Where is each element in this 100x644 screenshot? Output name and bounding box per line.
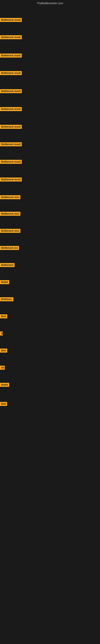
bottleneck-badge: Bott bbox=[0, 314, 7, 318]
bottleneck-result-item[interactable]: Bottle bbox=[0, 280, 9, 285]
bottleneck-badge: Bottleneck resu bbox=[0, 195, 20, 199]
bottleneck-result-item[interactable]: Bottleneck result bbox=[0, 125, 22, 130]
bottleneck-badge: Bottleneck result bbox=[0, 125, 22, 129]
bottleneck-badge: Bo bbox=[0, 366, 5, 370]
bottleneck-badge: Bottleneck result bbox=[0, 18, 22, 22]
bottleneck-result-item[interactable]: Bottleneck result bbox=[0, 35, 22, 40]
bottleneck-result-item[interactable]: Bottleneck resu bbox=[0, 212, 20, 216]
bottleneck-badge: Bottleneck resu bbox=[0, 212, 20, 216]
bottleneck-badge: Bottleneck result bbox=[0, 71, 22, 75]
bottleneck-result-item[interactable]: Bo bbox=[0, 366, 5, 370]
bottleneck-result-item[interactable]: Bott bbox=[0, 314, 7, 319]
bottleneck-result-item[interactable]: Bottleneck resu bbox=[0, 229, 20, 234]
bottleneck-badge: Bolt bbox=[0, 402, 7, 406]
bottleneck-badge: Bottleneck result bbox=[0, 160, 22, 164]
bottleneck-result-item[interactable]: Bottleneck bbox=[0, 263, 15, 268]
bottleneck-badge: Bottleneck result bbox=[0, 178, 22, 182]
bottleneck-result-item[interactable]: Bottleneck result bbox=[0, 107, 22, 112]
bottleneck-result-item[interactable]: Bottle bbox=[0, 383, 9, 388]
bottleneck-result-item[interactable]: Bottleneck result bbox=[0, 18, 22, 23]
bottleneck-result-item[interactable]: Bolt bbox=[0, 402, 7, 407]
bottleneck-result-item[interactable]: Bott bbox=[0, 348, 7, 354]
bottleneck-badge: Bottleneck result bbox=[0, 35, 22, 39]
bottleneck-badge: Bott bbox=[0, 348, 7, 352]
bottleneck-result-item[interactable]: Bottleneck result bbox=[0, 178, 22, 182]
bottleneck-badge: B bbox=[0, 332, 3, 336]
bottleneck-badge: Bottle bbox=[0, 383, 9, 387]
bottleneck-badge: Bottleneck result bbox=[0, 89, 22, 93]
bottleneck-result-item[interactable]: Bottleneck result bbox=[0, 160, 22, 164]
bottleneck-badge: Bottleneck result bbox=[0, 107, 22, 111]
bottleneck-badge: Bottleneck result bbox=[0, 54, 22, 58]
bottleneck-badge: Bottleneck resu bbox=[0, 229, 20, 233]
bottleneck-result-item[interactable]: Bottleneck res bbox=[0, 246, 19, 251]
bottleneck-result-item[interactable]: Bottleneck result bbox=[0, 71, 22, 76]
bottleneck-badge: Bottle bbox=[0, 280, 9, 284]
bottleneck-badge: Bottleneck result bbox=[0, 142, 22, 146]
bottleneck-result-item[interactable]: Bottleneck result bbox=[0, 142, 22, 147]
bottleneck-badge: Bottlenec bbox=[0, 297, 13, 301]
bottleneck-result-item[interactable]: Bottleneck resu bbox=[0, 195, 20, 200]
site-title: TheBottlenecker.com bbox=[0, 0, 100, 6]
bottleneck-result-item[interactable]: Bottleneck result bbox=[0, 89, 22, 94]
bottleneck-result-item[interactable]: B bbox=[0, 332, 3, 336]
bottleneck-result-item[interactable]: Bottlenec bbox=[0, 297, 13, 302]
bottleneck-badge: Bottleneck bbox=[0, 263, 15, 267]
bottleneck-badge: Bottleneck res bbox=[0, 246, 19, 250]
bottleneck-result-item[interactable]: Bottleneck result bbox=[0, 54, 22, 58]
